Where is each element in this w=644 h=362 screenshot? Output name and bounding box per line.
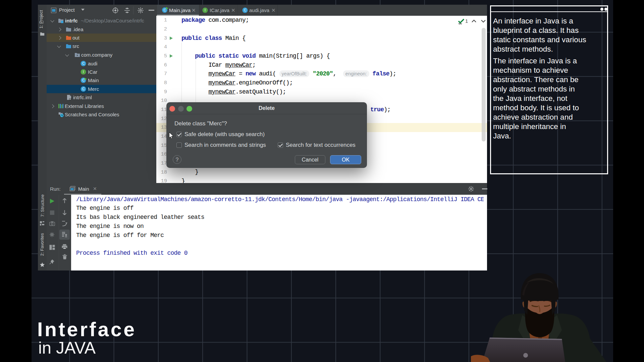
svg-text:C: C <box>82 62 85 65</box>
svg-text:I: I <box>205 8 206 12</box>
svg-text:C: C <box>163 8 166 12</box>
svg-text:C: C <box>82 78 85 82</box>
svg-text:C: C <box>82 87 85 91</box>
svg-text:I: I <box>83 70 84 74</box>
svg-text:C: C <box>244 8 246 12</box>
